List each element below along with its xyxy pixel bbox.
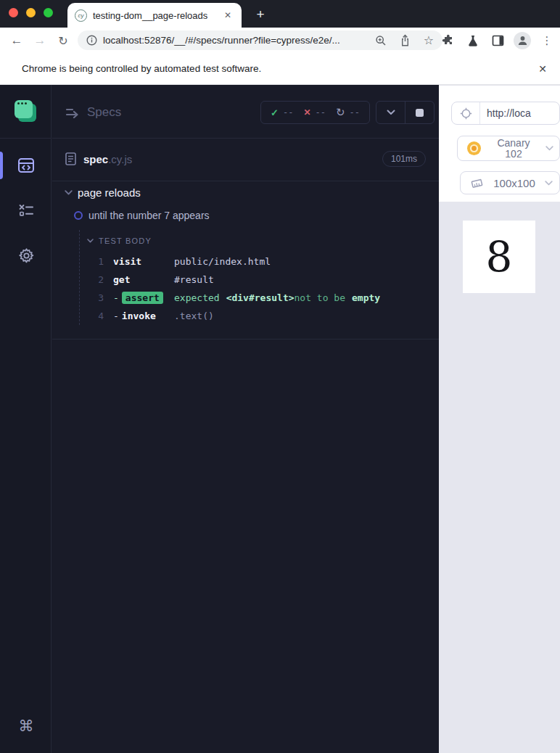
commands-divider — [52, 339, 439, 340]
automation-banner: Chrome is being controlled by automated … — [0, 53, 560, 85]
test-running-icon — [74, 211, 83, 220]
site-info-icon[interactable] — [86, 35, 97, 46]
aut-iframe: 8 — [463, 221, 535, 293]
selector-playground-icon[interactable] — [452, 102, 479, 124]
command-row-get[interactable]: 2 get #result — [52, 271, 439, 289]
command-message: .text() — [174, 310, 214, 321]
test-row[interactable]: until the number 7 appears — [74, 210, 210, 221]
cypress-reporter: Specs ✓ -- ✕ -- ↻ -- — [52, 85, 439, 753]
spec-duration-badge: 101ms — [382, 151, 426, 167]
browser-menu-icon[interactable]: ⋮ — [538, 32, 556, 49]
browser-version: 102 — [505, 148, 522, 160]
suite-title: page reloads — [78, 186, 141, 199]
url-separator — [479, 102, 480, 124]
passed-icon: ✓ — [271, 107, 279, 118]
assert-target: <div#result> — [226, 292, 295, 303]
keyboard-shortcuts-icon[interactable]: ⌘ — [14, 715, 38, 738]
stop-icon — [416, 109, 424, 117]
reporter-header: Specs ✓ -- ✕ -- ↻ -- — [65, 101, 435, 124]
back-button[interactable]: ← — [7, 31, 26, 50]
window-close-button[interactable] — [9, 8, 18, 17]
tab-close-icon[interactable]: ✕ — [221, 9, 234, 22]
window-zoom-button[interactable] — [44, 8, 53, 17]
address-bar[interactable]: localhost:52876/__/#/specs/runner?file=c… — [78, 30, 442, 50]
command-message: #result — [174, 274, 214, 285]
suite-row[interactable]: page reloads — [65, 186, 141, 199]
forward-button[interactable]: → — [30, 31, 49, 50]
cypress-sidebar: ⌘ — [0, 85, 52, 753]
sidebar-item-runs[interactable] — [14, 199, 38, 222]
browser-selector[interactable]: Canary102 — [457, 136, 560, 161]
viewport-selector[interactable]: 100x100 — [460, 171, 560, 194]
viewport-ruler-icon — [470, 177, 484, 189]
share-icon[interactable] — [400, 34, 411, 46]
banner-close-icon[interactable]: ✕ — [535, 60, 550, 78]
command-log: 1 visit public/index.html 2 get #result … — [52, 252, 439, 325]
command-name: visit — [113, 256, 174, 267]
toolbar-extensions: ⋮ — [440, 28, 556, 53]
spec-name: spec — [83, 153, 108, 165]
assert-badge: assert — [122, 292, 163, 304]
failed-icon: ✕ — [303, 107, 310, 118]
command-name: -assert — [113, 292, 174, 304]
reload-button[interactable]: ↻ — [54, 31, 73, 50]
browser-label: Canary102 — [482, 138, 545, 160]
pending-count: -- — [350, 107, 360, 118]
stop-button[interactable] — [405, 102, 434, 123]
reporter-title: Specs — [87, 105, 260, 120]
command-row-visit[interactable]: 1 visit public/index.html — [52, 252, 439, 271]
header-divider — [52, 138, 439, 139]
viewport-label: 100x100 — [484, 177, 545, 189]
spec-extension: .cy.js — [108, 153, 382, 165]
new-tab-button[interactable]: + — [251, 5, 270, 24]
url-text[interactable]: localhost:52876/__/#/specs/runner?file=c… — [103, 35, 362, 46]
profile-avatar[interactable] — [514, 32, 531, 49]
test-title: until the number 7 appears — [88, 210, 210, 221]
aut-viewport-area: 8 — [439, 202, 560, 753]
browser-name: Canary — [497, 137, 530, 149]
aut-url-bar[interactable]: http://loca — [451, 102, 560, 125]
suite-collapse-icon — [65, 190, 73, 195]
zoom-icon[interactable] — [375, 35, 387, 46]
test-stats: ✓ -- ✕ -- ↻ -- — [260, 101, 370, 124]
spec-divider — [52, 181, 439, 181]
command-message: public/index.html — [174, 256, 271, 267]
viewport-chevron-icon — [545, 181, 553, 186]
browser-chevron-icon — [545, 146, 553, 151]
bookmark-star-icon[interactable]: ☆ — [424, 35, 434, 46]
extensions-puzzle-icon[interactable] — [440, 32, 457, 49]
window-minimize-button[interactable] — [26, 8, 36, 17]
command-name: get — [113, 274, 174, 285]
assert-state: empty — [352, 292, 380, 303]
pending-icon: ↻ — [336, 106, 345, 119]
cypress-logo-icon[interactable] — [15, 100, 38, 123]
test-body-collapse-icon — [87, 239, 94, 243]
scroll-options-button[interactable] — [376, 102, 405, 123]
child-command-dash: - — [113, 292, 119, 303]
sidebar-item-settings[interactable] — [14, 244, 38, 267]
command-number: 4 — [80, 310, 104, 321]
browser-tab[interactable]: cy testing-dom__page-reloads ✕ — [67, 3, 242, 28]
spec-file-row[interactable]: spec .cy.js 101ms — [65, 149, 426, 169]
failed-count: -- — [316, 107, 326, 118]
passed-count: -- — [283, 107, 293, 118]
aut-header: http://loca Canary102 100x100 — [439, 85, 560, 202]
command-name: -invoke — [113, 310, 174, 321]
side-panel-icon[interactable] — [489, 32, 506, 49]
collapse-specs-icon[interactable] — [65, 107, 80, 118]
cypress-app: ⌘ Specs ✓ -- ✕ -- ↻ -- — [0, 85, 560, 753]
test-body-toggle[interactable]: TEST BODY — [87, 236, 152, 245]
cypress-favicon-icon: cy — [75, 9, 87, 22]
command-row-invoke[interactable]: 4 -invoke .text() — [52, 307, 439, 325]
sidebar-item-specs[interactable] — [14, 154, 38, 177]
command-row-assert[interactable]: 3 -assert expected<div#result>not to bee… — [52, 289, 439, 307]
tab-title: testing-dom__page-reloads — [93, 10, 221, 21]
child-command-dash: - — [113, 310, 119, 321]
aut-url-text[interactable]: http://loca — [487, 107, 531, 119]
flask-extension-icon[interactable] — [464, 32, 482, 49]
command-number: 2 — [80, 274, 104, 285]
banner-text: Chrome is being controlled by automated … — [22, 63, 535, 74]
assert-middle: not to be — [295, 292, 345, 303]
assert-expected: expected — [174, 292, 220, 303]
tab-strip: cy testing-dom__page-reloads ✕ + — [0, 0, 560, 28]
